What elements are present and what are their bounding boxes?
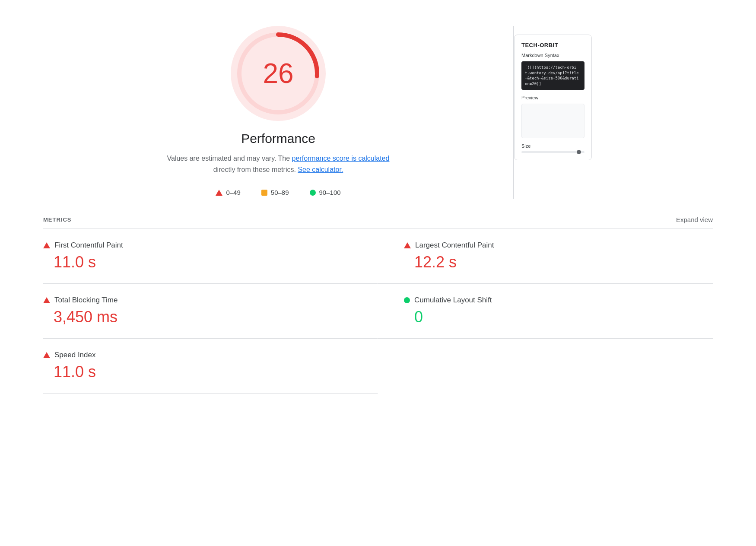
metric-header-tbt: Total Blocking Time bbox=[43, 296, 352, 305]
metric-name-lcp: Largest Contentful Paint bbox=[415, 241, 494, 250]
metrics-header: METRICS Expand view bbox=[43, 216, 713, 229]
metric-header-fcp: First Contentful Paint bbox=[43, 241, 352, 250]
performance-title: Performance bbox=[241, 131, 315, 146]
metric-item-tbt: Total Blocking Time 3,450 ms bbox=[43, 284, 378, 339]
legend-item-orange: 50–89 bbox=[261, 189, 289, 196]
orange-square-icon bbox=[261, 190, 267, 196]
page-container: 26 Performance Values are estimated and … bbox=[0, 0, 756, 419]
metric-icon-tbt bbox=[43, 297, 50, 303]
legend-green-range: 90–100 bbox=[319, 189, 341, 196]
metric-item-fcp: First Contentful Paint 11.0 s bbox=[43, 229, 378, 284]
metric-name-tbt: Total Blocking Time bbox=[54, 296, 118, 305]
metric-name-si: Speed Index bbox=[54, 351, 95, 359]
gauge-container: 26 bbox=[231, 26, 326, 121]
metric-header-cls: Cumulative Layout Shift bbox=[404, 296, 713, 305]
metrics-label: METRICS bbox=[43, 216, 72, 223]
expand-view-button[interactable]: Expand view bbox=[676, 216, 713, 223]
legend-red-range: 0–49 bbox=[226, 189, 240, 196]
card-size-slider[interactable] bbox=[521, 151, 584, 153]
metric-icon-si bbox=[43, 352, 50, 358]
metrics-section: METRICS Expand view First Contentful Pai… bbox=[43, 216, 713, 394]
card-code-block: [![](https://tech-orbit.wontory.dev/api?… bbox=[521, 61, 584, 90]
legend-orange-range: 50–89 bbox=[271, 189, 289, 196]
card-title: TECH-ORBIT bbox=[521, 42, 584, 48]
metric-item-si: Speed Index 11.0 s bbox=[43, 339, 378, 394]
score-section: 26 Performance Values are estimated and … bbox=[43, 26, 713, 199]
legend: 0–49 50–89 90–100 bbox=[216, 189, 340, 196]
score-left: 26 Performance Values are estimated and … bbox=[43, 26, 513, 196]
metric-icon-lcp bbox=[404, 242, 411, 248]
metric-value-cls: 0 bbox=[414, 308, 713, 326]
metric-value-lcp: 12.2 s bbox=[414, 253, 713, 271]
metric-value-fcp: 11.0 s bbox=[54, 253, 352, 271]
card-preview-label: Preview bbox=[521, 95, 584, 100]
metric-icon-cls bbox=[404, 297, 410, 303]
metric-item-lcp: Largest Contentful Paint 12.2 s bbox=[378, 229, 713, 284]
slider-knob bbox=[577, 150, 581, 154]
card-preview-area bbox=[521, 104, 584, 138]
legend-item-red: 0–49 bbox=[216, 189, 240, 196]
calculator-link[interactable]: See calculator. bbox=[298, 166, 343, 173]
metric-header-lcp: Largest Contentful Paint bbox=[404, 241, 713, 250]
metric-icon-fcp bbox=[43, 242, 50, 248]
perf-score-link[interactable]: performance score is calculated bbox=[292, 155, 390, 162]
red-triangle-icon bbox=[216, 190, 222, 196]
card-panel: TECH-ORBIT Markdown Syntax [![](https://… bbox=[514, 35, 592, 160]
metric-value-si: 11.0 s bbox=[54, 363, 352, 381]
metric-item-cls: Cumulative Layout Shift 0 bbox=[378, 284, 713, 339]
performance-description: Values are estimated and may vary. The p… bbox=[166, 153, 391, 175]
card-subtitle: Markdown Syntax bbox=[521, 53, 584, 58]
metric-name-cls: Cumulative Layout Shift bbox=[414, 296, 492, 305]
green-circle-icon bbox=[310, 190, 316, 196]
legend-item-green: 90–100 bbox=[310, 189, 341, 196]
desc-text-before: Values are estimated and may vary. The bbox=[167, 155, 292, 162]
metric-header-si: Speed Index bbox=[43, 351, 352, 359]
metrics-grid: First Contentful Paint 11.0 s Largest Co… bbox=[43, 229, 713, 394]
score-value: 26 bbox=[263, 57, 293, 89]
metric-value-tbt: 3,450 ms bbox=[54, 308, 352, 326]
card-size-label: Size bbox=[521, 143, 584, 149]
desc-text-mid: directly from these metrics. bbox=[213, 166, 298, 173]
metric-name-fcp: First Contentful Paint bbox=[54, 241, 123, 250]
